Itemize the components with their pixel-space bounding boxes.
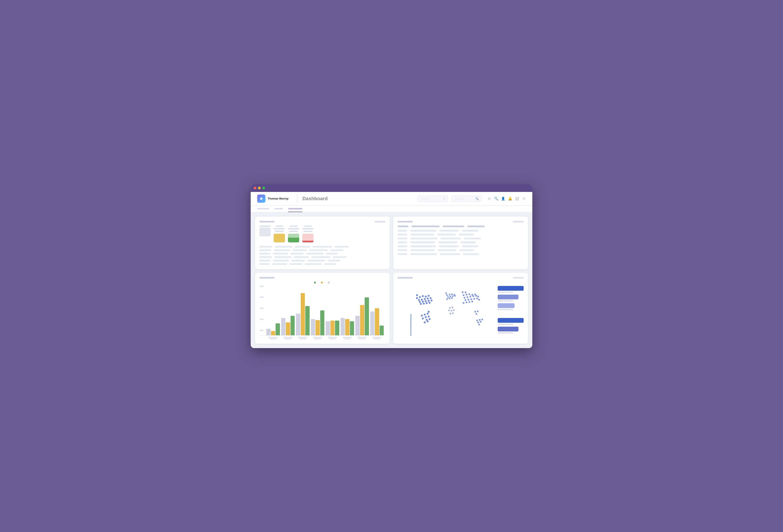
legend-dot-green xyxy=(314,282,316,284)
legend-bar-2 xyxy=(498,294,519,300)
bar-gray-6 xyxy=(341,318,345,335)
bar-group-3 xyxy=(296,293,310,335)
bar-green-4 xyxy=(320,310,324,335)
x-label-6 xyxy=(341,337,354,339)
grid-icon[interactable]: ⊞ xyxy=(487,197,491,200)
svg-point-17 xyxy=(426,302,428,304)
stat-row xyxy=(259,225,385,242)
subnav-item-0[interactable] xyxy=(257,206,269,212)
bar-yellow-4 xyxy=(315,320,320,335)
x-label-4 xyxy=(311,337,324,339)
bar-green-3 xyxy=(305,306,310,335)
legend-item-yellow xyxy=(321,282,324,284)
card-action-placeholder-r xyxy=(513,221,524,222)
svg-point-12 xyxy=(425,300,427,302)
header-dropdown[interactable]: ———— ▾ xyxy=(417,196,448,202)
svg-point-61 xyxy=(468,299,469,301)
svg-point-20 xyxy=(424,313,426,315)
svg-point-13 xyxy=(428,300,430,302)
top-left-card xyxy=(255,217,390,269)
svg-point-29 xyxy=(421,315,423,316)
legend-item-4 xyxy=(498,318,524,325)
legend-dot-gray xyxy=(328,282,330,284)
bell-icon[interactable]: 🔔 xyxy=(508,197,512,200)
card-action-placeholder xyxy=(375,221,385,222)
svg-point-63 xyxy=(473,298,475,300)
search-icon[interactable]: 🔍 xyxy=(494,197,498,200)
legend-item-2 xyxy=(498,294,524,302)
list-item xyxy=(398,238,524,239)
svg-point-58 xyxy=(472,295,474,297)
logo-icon xyxy=(257,194,265,203)
svg-point-60 xyxy=(465,299,466,301)
svg-point-56 xyxy=(467,296,468,298)
main-content xyxy=(251,212,532,348)
svg-point-3 xyxy=(425,295,427,298)
list-item xyxy=(398,253,524,255)
svg-point-23 xyxy=(428,315,430,317)
svg-point-43 xyxy=(449,307,451,309)
svg-point-18 xyxy=(429,302,431,304)
top-left-card-header xyxy=(259,221,385,222)
bar-gray-4 xyxy=(311,319,315,335)
menu-icon[interactable]: ☰ xyxy=(522,197,526,200)
svg-point-7 xyxy=(424,298,426,300)
svg-point-10 xyxy=(419,301,421,303)
svg-point-73 xyxy=(474,311,476,312)
subnav-item-1[interactable] xyxy=(274,206,283,212)
table-row xyxy=(259,260,385,261)
stat-block-3 xyxy=(288,225,299,242)
close-button[interactable] xyxy=(254,187,256,189)
svg-point-25 xyxy=(429,318,431,320)
svg-point-68 xyxy=(471,301,473,303)
table-header-row xyxy=(259,246,385,248)
bottom-right-card-header xyxy=(398,277,524,279)
svg-point-19 xyxy=(416,294,418,296)
titlebar xyxy=(251,184,532,192)
table-placeholder xyxy=(259,246,385,265)
stat-box-4 xyxy=(302,234,314,242)
svg-point-52 xyxy=(468,293,470,295)
map-section xyxy=(398,282,524,338)
header-search[interactable]: ———— 🔍 xyxy=(451,196,482,202)
header: Thomas Murray Dashboard ———— ▾ ———— 🔍 ⊞ … xyxy=(251,192,532,206)
subnav-item-2[interactable] xyxy=(288,206,302,212)
bar-gray-2 xyxy=(281,318,286,335)
bar-yellow-6 xyxy=(345,319,349,335)
svg-point-4 xyxy=(428,295,430,297)
svg-point-21 xyxy=(427,313,429,315)
bar-yellow-8 xyxy=(375,308,379,335)
list-header xyxy=(398,225,524,227)
header-icons: ⊞ 🔍 👤 🔔 ⬜ ☰ xyxy=(487,197,526,200)
user-icon[interactable]: 👤 xyxy=(501,197,505,200)
bar-green-6 xyxy=(350,321,354,335)
svg-point-39 xyxy=(446,298,448,300)
logo-text: Thomas Murray xyxy=(268,197,289,200)
svg-point-28 xyxy=(428,311,430,313)
svg-point-67 xyxy=(468,301,470,303)
svg-point-45 xyxy=(451,310,452,312)
map-indicator-line xyxy=(411,314,411,336)
maximize-button[interactable] xyxy=(262,187,265,189)
svg-point-77 xyxy=(479,319,480,321)
bar-group-4 xyxy=(311,310,324,335)
svg-point-14 xyxy=(431,300,433,301)
svg-point-59 xyxy=(475,295,477,296)
svg-point-41 xyxy=(451,297,453,299)
list-item xyxy=(398,242,524,243)
svg-point-81 xyxy=(478,324,480,325)
table-row xyxy=(259,256,385,258)
bar-gray-8 xyxy=(370,312,375,335)
svg-point-40 xyxy=(449,298,450,300)
svg-point-33 xyxy=(451,293,453,295)
window-icon[interactable]: ⬜ xyxy=(515,197,519,200)
legend-bar-3 xyxy=(498,303,514,308)
svg-point-35 xyxy=(447,296,449,298)
stat-label-1 xyxy=(259,225,271,227)
minimize-button[interactable] xyxy=(258,187,261,189)
app-window: Thomas Murray Dashboard ———— ▾ ———— 🔍 ⊞ … xyxy=(251,184,532,348)
bar-group-2 xyxy=(281,316,295,335)
bar-green-1 xyxy=(276,323,280,335)
subnav xyxy=(251,206,532,212)
page-title: Dashboard xyxy=(303,196,328,201)
